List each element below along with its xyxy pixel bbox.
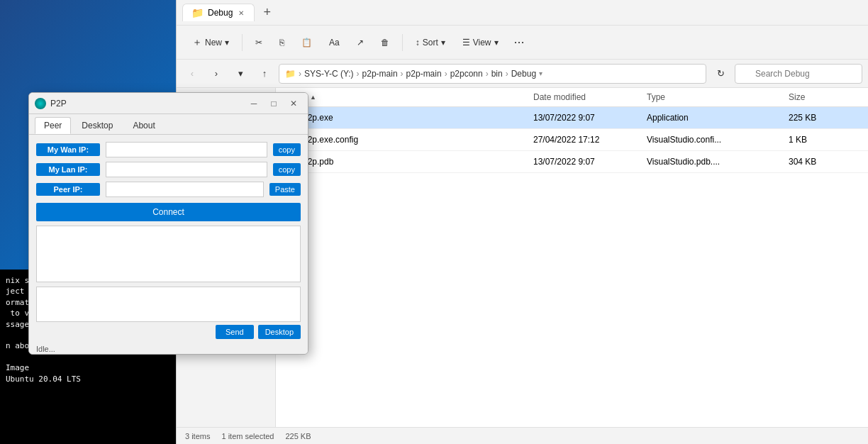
more-icon: ··· (514, 35, 525, 50)
lan-ip-row: My Lan IP: copy (36, 162, 301, 177)
path-separator-5: › (506, 69, 508, 79)
column-size[interactable]: Size (789, 92, 859, 102)
sort-button[interactable]: ↕ Sort ▾ (408, 33, 452, 52)
lan-ip-input[interactable] (106, 162, 267, 177)
cut-button[interactable]: ✂ (248, 33, 269, 52)
table-row[interactable]: p2p.exe.config 27/04/2022 17:12 VisualSt… (276, 129, 868, 151)
path-end-arrow: ▾ (539, 70, 542, 77)
refresh-button[interactable]: ↻ (711, 64, 730, 84)
status-size: 225 KB (285, 432, 311, 440)
more-options-button[interactable]: ··· (508, 32, 530, 52)
peer-ip-paste-button[interactable]: Paste (269, 183, 301, 196)
file-size-2: 304 KB (789, 157, 859, 167)
file-name-cell-2: p2p.pdb (284, 155, 533, 168)
table-row[interactable]: p2p.pdb 13/07/2022 9:07 VisualStudio.pdb… (276, 151, 868, 173)
table-row[interactable]: P p2p.exe 13/07/2022 9:07 Application 22… (276, 107, 868, 129)
peer-ip-input[interactable] (106, 182, 264, 197)
p2p-minimize-button[interactable]: ─ (245, 96, 262, 111)
search-input[interactable] (735, 64, 862, 84)
send-area: Send Desktop (36, 287, 301, 339)
file-size-0: 225 KB (789, 113, 859, 123)
p2p-close-button[interactable]: ✕ (285, 96, 302, 111)
path-separator-1: › (357, 69, 360, 79)
sort-label: Sort (423, 38, 438, 48)
column-name[interactable]: Name ▲ (284, 92, 533, 102)
path-item-debug[interactable]: Debug (511, 69, 536, 79)
path-item-sysy[interactable]: SYS-Y-C (Y:) (304, 69, 354, 79)
nav-back-button[interactable]: ‹ (182, 64, 202, 84)
view-button[interactable]: ☰ View ▾ (455, 33, 506, 52)
p2p-maximize-button[interactable]: □ (265, 96, 282, 111)
column-type[interactable]: Type (647, 92, 789, 102)
file-name-cell-1: p2p.exe.config (284, 133, 533, 146)
new-button[interactable]: ＋ New ▾ (185, 32, 236, 53)
p2p-tab-desktop[interactable]: Desktop (72, 117, 122, 134)
file-date-0: 13/07/2022 9:07 (533, 113, 647, 123)
copy-button[interactable]: ⎘ (272, 33, 291, 52)
file-name-1: p2p.exe.config (303, 135, 358, 145)
file-list: Name ▲ Date modified Type Size P p2p.exe… (276, 88, 868, 427)
nav-forward-button[interactable]: › (206, 64, 226, 84)
wan-ip-label: My Wan IP: (36, 143, 100, 156)
column-date[interactable]: Date modified (533, 92, 647, 102)
path-item-bin[interactable]: bin (491, 69, 503, 79)
nav-up-button[interactable]: ↑ (255, 64, 274, 84)
path-item-p2pmain2[interactable]: p2p-main (406, 69, 442, 79)
explorer-toolbar: ＋ New ▾ ✂ ⎘ 📋 Aa ↗ 🗑 ↕ Sort ▾ ☰ (177, 26, 868, 60)
send-input[interactable] (36, 287, 301, 322)
path-separator-0: › (299, 69, 301, 79)
file-size-1: 1 KB (789, 135, 859, 145)
send-buttons: Send Desktop (36, 325, 301, 339)
p2p-window-controls: ─ □ ✕ (245, 96, 302, 111)
desktop-button[interactable]: Desktop (258, 325, 301, 339)
path-item-p2pmain1[interactable]: p2p-main (362, 69, 398, 79)
new-icon: ＋ (192, 36, 202, 49)
path-separator-3: › (445, 69, 447, 79)
file-type-0: Application (647, 113, 789, 123)
p2p-titlebar: P2P ─ □ ✕ (29, 93, 308, 114)
p2p-status: Idle... (36, 343, 301, 354)
file-type-2: VisualStudio.pdb.... (647, 157, 789, 167)
explorer-titlebar: 📁 Debug ✕ + (177, 0, 868, 26)
peer-ip-label: Peer IP: (36, 183, 100, 196)
path-separator-4: › (486, 69, 489, 79)
file-date-2: 13/07/2022 9:07 (533, 157, 647, 167)
p2p-tab-peer[interactable]: Peer (35, 117, 71, 134)
p2p-logo-icon (35, 98, 46, 109)
lan-ip-copy-button[interactable]: copy (273, 163, 301, 176)
search-wrapper: 🔍 (735, 64, 862, 84)
new-tab-button[interactable]: + (257, 4, 277, 21)
connect-button[interactable]: Connect (36, 203, 301, 221)
view-dropdown-icon: ▾ (494, 38, 499, 48)
nav-dropdown-button[interactable]: ▾ (230, 64, 250, 84)
file-date-1: 27/04/2022 17:12 (533, 135, 647, 145)
explorer-tab-debug[interactable]: 📁 Debug ✕ (182, 4, 255, 21)
wan-ip-input[interactable] (106, 142, 267, 157)
share-button[interactable]: ↗ (350, 33, 371, 52)
send-button[interactable]: Send (216, 325, 254, 339)
sort-icon: ↕ (416, 38, 420, 48)
status-bar: 3 items 1 item selected 225 KB (177, 427, 868, 444)
share-icon: ↗ (357, 38, 364, 48)
paste-button[interactable]: 📋 (294, 33, 319, 52)
toolbar-separator-2 (402, 34, 403, 51)
address-path[interactable]: 📁 › SYS-Y-C (Y:) › p2p-main › p2p-main ›… (279, 64, 706, 84)
sort-dropdown-icon: ▾ (441, 38, 445, 48)
wan-ip-row: My Wan IP: copy (36, 142, 301, 157)
tab-label: Debug (208, 8, 233, 18)
path-item-p2pconn[interactable]: p2pconn (450, 69, 483, 79)
file-list-header[interactable]: Name ▲ Date modified Type Size (276, 88, 868, 107)
rename-button[interactable]: Aa (322, 33, 347, 52)
wan-ip-copy-button[interactable]: copy (273, 143, 301, 156)
file-name-cell-0: P p2p.exe (284, 111, 533, 124)
path-separator-2: › (401, 69, 404, 79)
tab-close-button[interactable]: ✕ (237, 8, 245, 18)
file-type-1: VisualStudio.confi... (647, 135, 789, 145)
delete-button[interactable]: 🗑 (374, 33, 396, 52)
status-count: 3 items (185, 432, 210, 440)
address-bar: ‹ › ▾ ↑ 📁 › SYS-Y-C (Y:) › p2p-main › p2… (177, 60, 868, 88)
delete-icon: 🗑 (381, 38, 389, 48)
p2p-title-left: P2P (35, 98, 67, 109)
p2p-tab-about[interactable]: About (123, 117, 164, 134)
copy-icon: ⎘ (279, 38, 284, 48)
